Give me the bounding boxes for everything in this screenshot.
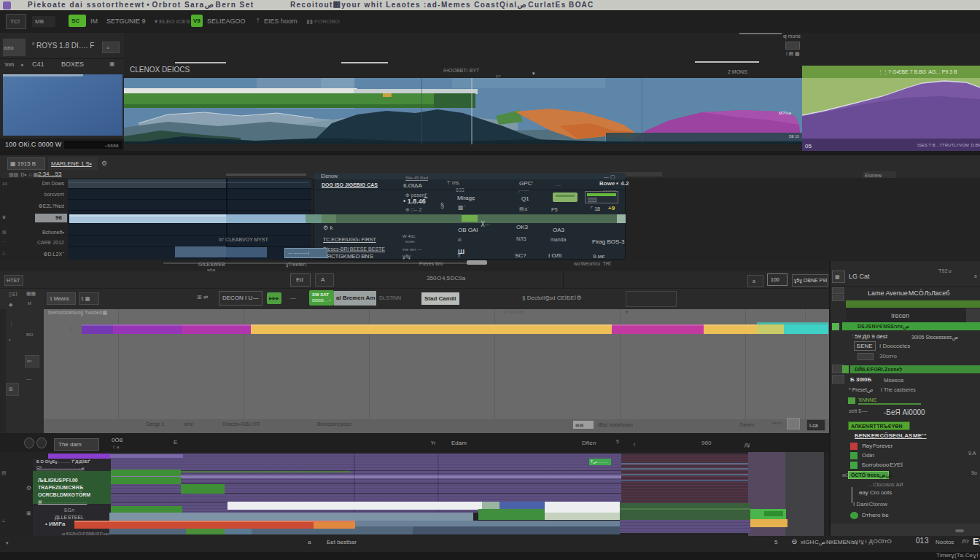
svg-text:⋮⋮? G•EBE 7 B.BG AG… P9 3 B: ⋮⋮? G•EBE 7 B.BG AG… P9 3 B — [878, 69, 957, 74]
svg-text:ISES T B…TTRUTLYVOM D.BMS: ISES T B…TTRUTLYVOM D.BMS — [917, 143, 980, 147]
svg-text:DE 10: DE 10 — [789, 134, 799, 139]
svg-text:M?℅a: M?℅a — [779, 111, 792, 115]
svg-text:05: 05 — [805, 143, 812, 149]
